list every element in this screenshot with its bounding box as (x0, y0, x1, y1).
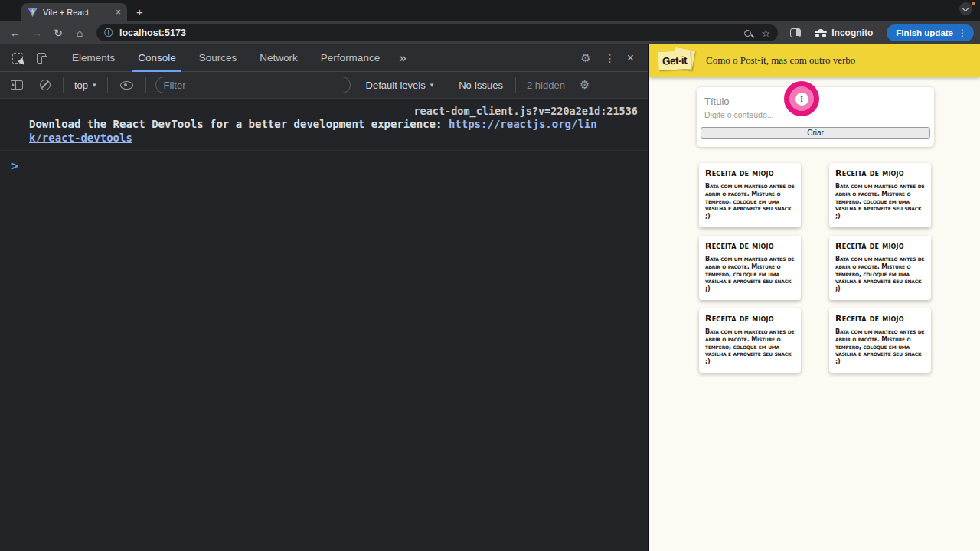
context-selector[interactable]: top ▾ (67, 80, 104, 91)
tab-strip: Vite + React × + (0, 0, 980, 21)
devtools-panel: Elements Console Sources Network Perform… (0, 44, 648, 551)
console-message: react-dom_client.js?v=220a2e1d:21536 Dow… (0, 103, 648, 151)
notes-grid: Receita de miojo Bata com um martelo ant… (699, 163, 931, 373)
url-text[interactable]: localhost:5173 (119, 28, 738, 38)
console-sidebar-toggle-icon[interactable] (11, 80, 23, 90)
create-note-button[interactable]: Criar (701, 127, 930, 139)
note-body: Bata com um martelo antes de abrir o pac… (705, 183, 795, 220)
note-title: Receita de miojo (835, 314, 925, 324)
note-card: Receita de miojo Bata com um martelo ant… (829, 308, 931, 373)
tab-sources[interactable]: Sources (188, 44, 249, 72)
note-title: Receita de miojo (705, 241, 795, 251)
divider (63, 77, 64, 93)
inspect-element-icon[interactable] (12, 53, 23, 64)
devtools-menu-icon[interactable]: ⋮ (598, 52, 622, 64)
divider (570, 51, 570, 66)
console-output: react-dom_client.js?v=220a2e1d:21536 Dow… (0, 99, 648, 551)
devtools-settings-gear-icon[interactable]: ⚙ (573, 51, 597, 65)
browser-window: Vite + React × + ← → ↻ ⌂ ⓘ localhost:517… (0, 0, 980, 551)
note-body: Bata com um martelo antes de abrir o pac… (835, 328, 925, 366)
note-body: Bata com um martelo antes de abrir o pac… (705, 256, 795, 293)
logo-text: Get-it (662, 54, 688, 67)
finish-update-label: Finish update (896, 28, 953, 37)
side-panel-icon[interactable] (790, 28, 801, 37)
chevron-down-icon[interactable] (959, 2, 972, 15)
divider (446, 77, 446, 93)
tab-performance[interactable]: Performance (309, 44, 391, 72)
back-icon[interactable]: ← (6, 27, 24, 39)
note-card: Receita de miojo Bata com um martelo ant… (699, 163, 801, 227)
clear-console-icon[interactable] (40, 80, 51, 90)
click-highlight: I (784, 81, 819, 116)
home-icon[interactable]: ⌂ (70, 27, 89, 39)
tab-elements[interactable]: Elements (60, 44, 126, 72)
tab-title: Vite + React (43, 8, 110, 17)
note-body: Bata com um martelo antes de abrir o pac… (835, 256, 925, 293)
recording-dot (972, 2, 975, 5)
divider (145, 77, 146, 93)
live-expression-eye-icon[interactable] (120, 81, 133, 90)
note-title: Receita de miojo (705, 168, 795, 178)
incognito-badge: Incognito (808, 28, 879, 38)
divider (107, 77, 108, 93)
more-tabs-icon[interactable]: » (391, 51, 413, 66)
zoom-icon[interactable] (744, 30, 751, 37)
chevron-down-icon: ▾ (93, 81, 96, 89)
divider (57, 51, 57, 66)
chevron-down-icon: ▾ (430, 81, 434, 89)
tab-network[interactable]: Network (248, 44, 309, 72)
site-info-icon[interactable]: ⓘ (104, 27, 113, 40)
note-title: Receita de miojo (835, 168, 925, 178)
incognito-icon (815, 29, 827, 37)
logo-note-front: Get-it (658, 51, 691, 70)
message-source-link[interactable]: react-dom_client.js?v=220a2e1d:21536 (413, 105, 638, 117)
close-tab-icon[interactable]: × (116, 8, 121, 17)
browser-menu-icon[interactable]: ⋮ (958, 28, 967, 38)
log-levels-label: Default levels (366, 80, 426, 91)
note-card: Receita de miojo Bata com um martelo ant… (829, 163, 931, 227)
incognito-label: Incognito (831, 28, 873, 38)
console-prompt-row[interactable]: > (0, 151, 648, 173)
console-message-text: Download the React DevTools for a better… (0, 118, 600, 145)
note-card: Receita de miojo Bata com um martelo ant… (699, 236, 801, 300)
log-levels-dropdown[interactable]: Default levels ▾ (357, 80, 443, 91)
new-tab-button[interactable]: + (136, 5, 143, 18)
context-label: top (74, 80, 88, 91)
app-header: Get-it Como o Post-it, mas com outro ver… (649, 44, 980, 77)
browser-toolbar: ← → ↻ ⌂ ⓘ localhost:5173 ☆ Incognito Fin… (0, 21, 980, 44)
console-toolbar: top ▾ Default levels ▾ No Issues 2 hidde… (0, 72, 648, 99)
note-body: Bata com um martelo antes de abrir o pac… (705, 328, 795, 366)
bookmark-star-icon[interactable]: ☆ (762, 28, 771, 39)
hidden-messages-count[interactable]: 2 hidden (519, 80, 573, 91)
note-body: Bata com um martelo antes de abrir o pac… (835, 183, 925, 220)
device-toolbar-icon[interactable] (37, 53, 46, 64)
reload-icon[interactable]: ↻ (49, 27, 67, 39)
browser-tab[interactable]: Vite + React × (21, 3, 127, 21)
note-card: Receita de miojo Bata com um martelo ant… (829, 236, 931, 300)
vite-favicon-icon (28, 8, 38, 17)
note-title: Receita de miojo (835, 241, 925, 251)
divider (515, 77, 516, 93)
devtools-tab-bar: Elements Console Sources Network Perform… (0, 44, 648, 72)
console-settings-gear-icon[interactable]: ⚙ (573, 78, 596, 92)
tab-console[interactable]: Console (126, 44, 188, 72)
devtools-close-icon[interactable]: × (622, 51, 643, 65)
issues-counter[interactable]: No Issues (449, 80, 512, 91)
text-cursor-icon: I (795, 93, 808, 106)
filter-input[interactable] (164, 80, 342, 91)
get-it-logo: Get-it (657, 48, 695, 73)
forward-icon[interactable]: → (28, 27, 46, 39)
window-controls (959, 2, 972, 15)
note-title: Receita de miojo (705, 314, 795, 324)
address-bar[interactable]: ⓘ localhost:5173 ☆ (96, 24, 778, 41)
note-card: Receita de miojo Bata com um martelo ant… (699, 308, 801, 373)
app-tagline: Como o Post-it, mas com outro verbo (706, 54, 855, 67)
finish-update-button[interactable]: Finish update ⋮ (887, 24, 974, 41)
note-content-input[interactable] (701, 110, 930, 127)
console-prompt-chevron: > (11, 159, 18, 173)
page-viewport: Get-it Como o Post-it, mas com outro ver… (648, 44, 980, 551)
console-filter[interactable] (155, 77, 351, 93)
